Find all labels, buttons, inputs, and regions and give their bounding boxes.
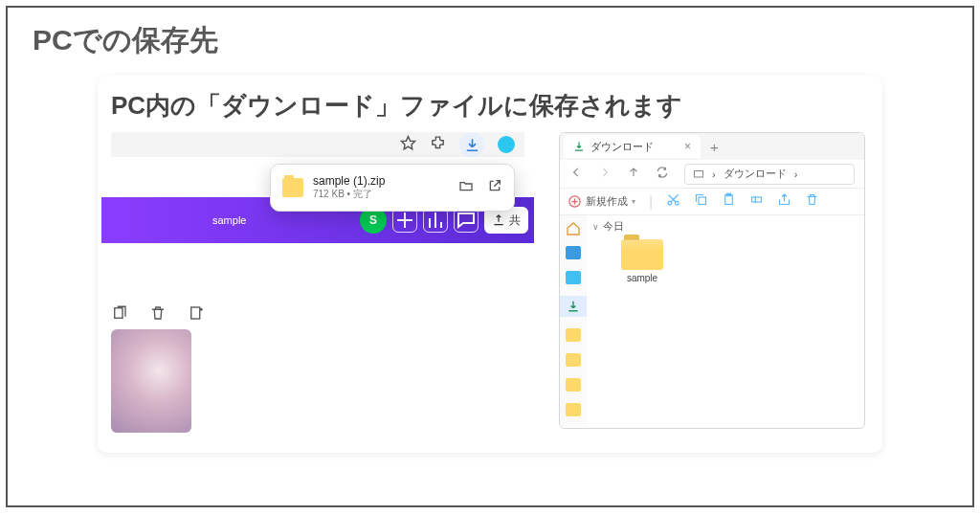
page-title: PCでの保存先 <box>33 21 947 60</box>
design-thumbnail[interactable] <box>111 329 191 433</box>
chrome-toolbar <box>111 132 524 157</box>
explorer-window: ダウンロード × + › ダウンロード › <box>559 132 865 429</box>
new-tab-icon[interactable]: + <box>710 139 719 155</box>
svg-marker-0 <box>401 136 414 148</box>
download-popover: sample (1).zip 712 KB • 完了 <box>270 164 515 212</box>
folder-icon[interactable] <box>566 403 581 416</box>
explorer-content: ∨今日 sample <box>587 215 864 426</box>
svg-rect-3 <box>695 170 703 177</box>
downloads-icon[interactable] <box>459 132 484 157</box>
group-header[interactable]: ∨今日 <box>592 219 858 234</box>
folder-icon[interactable] <box>566 353 581 367</box>
back-icon[interactable] <box>569 166 583 183</box>
browser-panel: sample (1).zip 712 KB • 完了 sample S <box>111 132 524 429</box>
show-in-folder-icon[interactable] <box>458 178 474 197</box>
paste-icon[interactable] <box>722 192 736 211</box>
open-external-icon[interactable] <box>487 178 502 197</box>
design-name: sample <box>212 214 246 226</box>
download-meta: 712 KB • 完了 <box>313 188 449 201</box>
refresh-icon[interactable] <box>656 166 669 183</box>
forward-icon[interactable] <box>598 166 612 183</box>
duplicate-icon[interactable] <box>111 304 128 325</box>
close-tab-icon[interactable]: × <box>684 140 691 153</box>
folder-icon <box>621 239 663 270</box>
zip-folder-icon <box>282 178 303 197</box>
folder-item[interactable]: sample <box>613 239 671 283</box>
download-filename: sample (1).zip <box>313 174 449 188</box>
explorer-actionrow: 新規作成 ▾ | <box>560 189 864 215</box>
extensions-icon[interactable] <box>430 135 446 155</box>
cut-icon[interactable] <box>666 192 680 211</box>
desktop-icon[interactable] <box>566 271 581 284</box>
gallery-icon[interactable] <box>566 246 581 259</box>
downloads-sidebar-item[interactable] <box>560 296 587 317</box>
rename-icon[interactable] <box>749 192 764 211</box>
delete-icon[interactable] <box>805 192 819 211</box>
explorer-tabbar: ダウンロード × + <box>560 133 864 160</box>
trash-icon[interactable] <box>149 304 167 325</box>
breadcrumb[interactable]: › ダウンロード › <box>684 164 855 185</box>
star-icon[interactable] <box>400 135 416 155</box>
profile-avatar[interactable] <box>498 136 515 153</box>
svg-rect-2 <box>191 307 200 319</box>
up-icon[interactable] <box>627 166 640 183</box>
explorer-navrow: › ダウンロード › <box>560 160 864 189</box>
copy-icon[interactable] <box>694 192 708 211</box>
share-icon[interactable] <box>777 192 791 211</box>
folder-icon[interactable] <box>566 378 581 392</box>
explorer-sidebar <box>560 215 587 426</box>
folder-label: sample <box>627 273 657 283</box>
add-page-icon[interactable] <box>188 304 205 325</box>
svg-rect-7 <box>699 197 706 205</box>
card-subtitle: PC内の「ダウンロード」ファイルに保存されます <box>111 89 869 123</box>
svg-rect-10 <box>752 197 762 202</box>
new-button[interactable]: 新規作成 ▾ <box>568 194 635 209</box>
home-icon[interactable] <box>566 221 581 235</box>
page-toolbar <box>111 304 205 325</box>
folder-icon[interactable] <box>566 328 581 342</box>
content-card: PC内の「ダウンロード」ファイルに保存されます sample (1).zip 7… <box>98 76 882 453</box>
svg-rect-1 <box>115 308 122 319</box>
explorer-tab[interactable]: ダウンロード × <box>564 135 701 158</box>
